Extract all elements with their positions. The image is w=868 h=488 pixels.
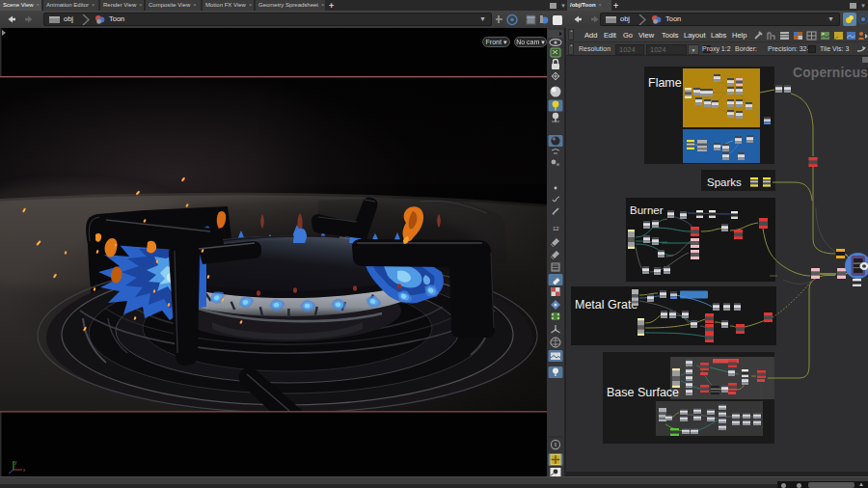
svg-text:Base Surface: Base Surface [607, 386, 679, 399]
svg-text:12: 12 [553, 226, 559, 231]
svg-text:Burner: Burner [630, 204, 664, 216]
svg-text:Sparks: Sparks [707, 176, 742, 188]
svg-text:Flame: Flame [648, 76, 682, 90]
svg-text:Metal Grate: Metal Grate [575, 298, 637, 312]
svg-text:Copernicus: Copernicus [793, 66, 868, 80]
